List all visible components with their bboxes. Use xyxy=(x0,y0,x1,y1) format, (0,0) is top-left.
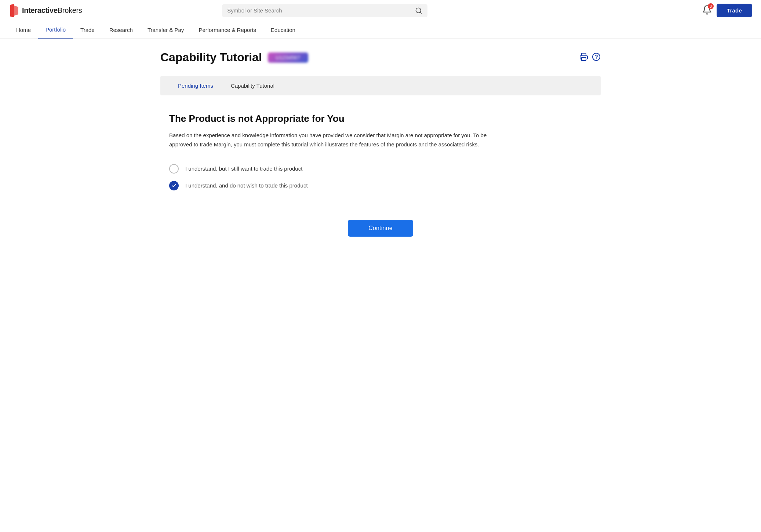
trade-button[interactable]: Trade xyxy=(717,4,752,17)
tabs-bar: Pending Items Capability Tutorial xyxy=(160,76,601,95)
search-bar[interactable] xyxy=(222,4,427,17)
help-icon[interactable] xyxy=(592,52,601,63)
page-title-row: Capability Tutorial U1234567 xyxy=(160,51,601,64)
nav-item-home[interactable]: Home xyxy=(9,22,38,38)
continue-button[interactable]: Continue xyxy=(348,220,413,237)
print-icon[interactable] xyxy=(579,52,588,63)
radio-label-want-to-trade: I understand, but I still want to trade … xyxy=(185,165,302,172)
page-title: Capability Tutorial xyxy=(160,51,262,64)
svg-line-1 xyxy=(420,12,422,13)
radio-label-do-not-wish: I understand, and do not wish to trade t… xyxy=(185,182,308,189)
not-appropriate-description: Based on the experience and knowledge in… xyxy=(169,131,499,149)
svg-rect-2 xyxy=(582,58,586,61)
nav-item-performance-reports[interactable]: Performance & Reports xyxy=(191,22,263,38)
nav-item-education[interactable]: Education xyxy=(263,22,303,38)
logo[interactable]: InteractiveBrokers xyxy=(9,4,82,17)
search-icon xyxy=(415,7,422,14)
notification-bell[interactable]: 3 xyxy=(702,5,712,16)
account-badge: U1234567 xyxy=(268,52,308,63)
btn-row: Continue xyxy=(169,214,592,237)
header-right: 3 Trade xyxy=(702,4,752,17)
nav-item-transfer-pay[interactable]: Transfer & Pay xyxy=(140,22,191,38)
notification-badge: 3 xyxy=(708,3,714,9)
site-header: InteractiveBrokers 3 Trade xyxy=(0,0,761,21)
radio-option-do-not-wish[interactable]: I understand, and do not wish to trade t… xyxy=(169,181,592,190)
nav-item-trade[interactable]: Trade xyxy=(73,22,102,38)
nav-item-portfolio[interactable]: Portfolio xyxy=(38,21,73,39)
not-appropriate-heading: The Product is not Appropriate for You xyxy=(169,113,592,124)
page-content: Capability Tutorial U1234567 Pendin xyxy=(146,39,615,248)
content-card: The Product is not Appropriate for You B… xyxy=(160,113,601,237)
checkmark-icon xyxy=(171,183,176,188)
nav-bar: Home Portfolio Trade Research Transfer &… xyxy=(0,21,761,39)
page-title-icons xyxy=(579,52,601,63)
radio-circle-checked xyxy=(169,181,179,190)
tab-pending-items[interactable]: Pending Items xyxy=(169,76,222,95)
ib-logo-icon xyxy=(9,4,19,17)
radio-option-want-to-trade[interactable]: I understand, but I still want to trade … xyxy=(169,164,592,174)
page-title-left: Capability Tutorial U1234567 xyxy=(160,51,308,64)
nav-item-research[interactable]: Research xyxy=(102,22,140,38)
logo-text: InteractiveBrokers xyxy=(22,6,82,15)
tab-capability-tutorial[interactable]: Capability Tutorial xyxy=(222,76,283,95)
radio-circle-unchecked xyxy=(169,164,179,174)
radio-group: I understand, but I still want to trade … xyxy=(169,164,592,190)
search-input[interactable] xyxy=(227,7,412,14)
